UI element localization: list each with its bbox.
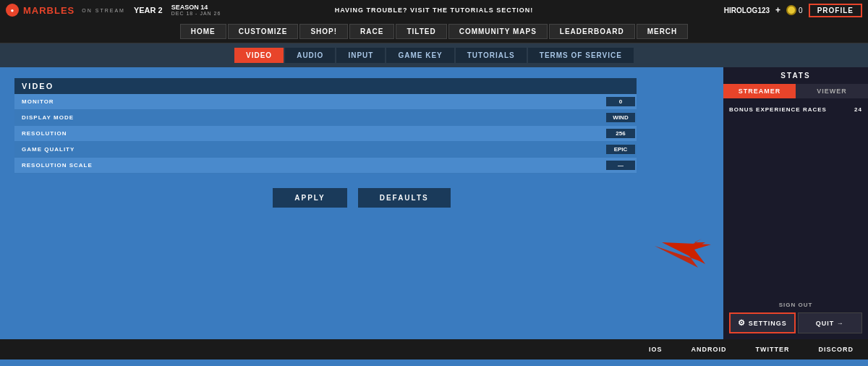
monitor-value[interactable]: 0 [606, 97, 635, 106]
action-buttons: APPLY DEFAULTS [14, 188, 709, 208]
game-quality-value[interactable]: EPIC [606, 145, 635, 154]
tab-terms[interactable]: TERMS OF SERVICE [528, 48, 634, 63]
display-mode-row: DISPLAY MODE WIND [14, 110, 637, 126]
game-quality-row: GAME QUALITY EPIC [14, 142, 637, 158]
nav-shop[interactable]: SHOP! [299, 24, 348, 39]
resolution-scale-row: RESOLUTION SCALE — [14, 158, 637, 174]
bonus-xp-row: BONUS EXPERIENCE RACES 24 [729, 104, 862, 115]
nav-community-maps[interactable]: COMMUNITY MAPS [448, 24, 548, 39]
display-mode-value[interactable]: WIND [606, 113, 635, 122]
stats-tabs: STREAMER VIEWER [723, 84, 868, 98]
season-dates: DEC 18 - JAN 26 [171, 11, 221, 16]
logo-area: ● MARBLES ON STREAM YEAR 2 SEASON 14 DEC… [6, 4, 221, 17]
display-mode-label: DISPLAY MODE [14, 114, 606, 121]
coin-icon [786, 5, 796, 15]
year-badge: YEAR 2 [134, 6, 163, 14]
apply-button[interactable]: APPLY [273, 188, 346, 208]
footer: IOS ANDROID TWITTER DISCORD [0, 339, 868, 359]
resolution-scale-value[interactable]: — [606, 161, 635, 170]
tab-game-key[interactable]: GAME KEY [386, 48, 454, 63]
settings-button[interactable]: ⚙ SETTINGS [729, 312, 796, 333]
nav-customize[interactable]: CUSTOMIZE [228, 24, 299, 39]
quit-button[interactable]: QUIT → [798, 312, 863, 333]
resolution-scale-label: RESOLUTION SCALE [14, 162, 606, 169]
alert-message: HAVING TROUBLE? VISIT THE TUTORIALS SECT… [335, 7, 534, 14]
arrow-indicator [655, 239, 712, 278]
gear-icon: ⚙ [738, 318, 746, 328]
tab-audio[interactable]: AUDIO [285, 48, 335, 63]
content-area: VIDEO MONITOR 0 DISPLAY MODE WIND RESOLU… [0, 67, 723, 339]
sign-out-label: SIGN OUT [729, 302, 862, 308]
section-title: VIDEO [14, 78, 637, 94]
nav-home[interactable]: HOME [180, 24, 226, 39]
streamer-tab[interactable]: STREAMER [723, 84, 796, 98]
settings-label: SETTINGS [749, 320, 787, 327]
footer-ios[interactable]: IOS [649, 346, 663, 353]
on-stream-label: ON STREAM [82, 8, 125, 13]
svg-marker-0 [655, 239, 705, 268]
stats-title: STATS [723, 67, 868, 84]
nav-tilted[interactable]: TILTED [396, 24, 446, 39]
tab-video[interactable]: VIDEO [234, 48, 284, 63]
footer-android[interactable]: ANDROID [691, 346, 726, 353]
bonus-xp-label: BONUS EXPERIENCE RACES [729, 106, 827, 113]
username-label: HIROLOG123 [724, 7, 770, 14]
resolution-row: RESOLUTION 256 [14, 126, 637, 142]
sidebar-bottom: SIGN OUT ⚙ SETTINGS QUIT → [723, 296, 868, 339]
logo-text: MARBLES [23, 5, 75, 16]
main-nav: HOME CUSTOMIZE SHOP! RACE TILTED COMMUNI… [0, 20, 868, 43]
tab-tutorials[interactable]: TUTORIALS [456, 48, 527, 63]
tab-input[interactable]: INPUT [336, 48, 385, 63]
monitor-label: MONITOR [14, 98, 606, 105]
coin-count: 0 [799, 7, 803, 14]
monitor-row: MONITOR 0 [14, 94, 637, 110]
video-settings-section: VIDEO MONITOR 0 DISPLAY MODE WIND RESOLU… [14, 78, 637, 174]
season-info: SEASON 14 DEC 18 - JAN 26 [171, 4, 221, 16]
bottom-buttons: ⚙ SETTINGS QUIT → [729, 312, 862, 333]
viewer-tab[interactable]: VIEWER [796, 84, 868, 98]
logo-icon: ● [6, 4, 19, 17]
resolution-label: RESOLUTION [14, 130, 606, 137]
stats-content: BONUS EXPERIENCE RACES 24 [723, 98, 868, 296]
footer-discord[interactable]: DISCORD [818, 346, 854, 353]
plus-button[interactable]: + [775, 5, 780, 15]
nav-merch[interactable]: MERCH [637, 24, 689, 39]
defaults-button[interactable]: DEFAULTS [358, 188, 451, 208]
profile-button[interactable]: PROFILE [809, 4, 862, 17]
coin-area: 0 [786, 5, 803, 15]
right-sidebar: STATS STREAMER VIEWER BONUS EXPERIENCE R… [723, 67, 868, 339]
game-quality-label: GAME QUALITY [14, 146, 606, 153]
bonus-xp-value: 24 [854, 106, 862, 113]
footer-twitter[interactable]: TWITTER [755, 346, 789, 353]
season-label: SEASON 14 [171, 4, 221, 11]
sub-nav: VIDEO AUDIO INPUT GAME KEY TUTORIALS TER… [0, 43, 868, 67]
top-bar: ● MARBLES ON STREAM YEAR 2 SEASON 14 DEC… [0, 0, 868, 20]
resolution-value[interactable]: 256 [606, 129, 635, 138]
top-right-area: HIROLOG123 + 0 PROFILE [724, 4, 862, 17]
nav-leaderboard[interactable]: LEADERBOARD [549, 24, 635, 39]
nav-race[interactable]: RACE [349, 24, 394, 39]
